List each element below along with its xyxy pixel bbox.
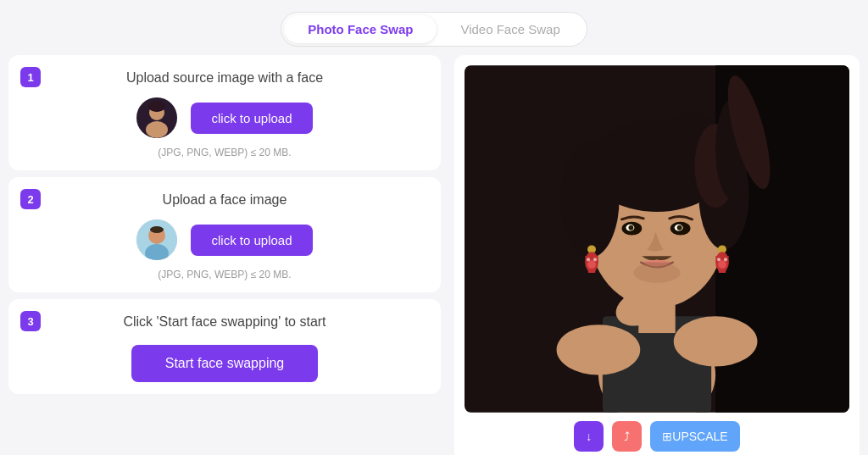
right-panel: ↓ ⤴ ⊞UPSCALE — [454, 55, 860, 455]
step1-upload-row: click to upload — [136, 97, 312, 138]
step1-badge: 1 — [20, 67, 41, 87]
tab-container: Photo Face Swap Video Face Swap — [281, 12, 587, 47]
step1-title: Upload source image with a face — [126, 70, 323, 86]
svg-point-33 — [587, 260, 596, 269]
svg-point-34 — [587, 258, 590, 261]
svg-point-2 — [146, 121, 168, 138]
tab-photo[interactable]: Photo Face Swap — [284, 15, 437, 43]
step2-section: 2 Upload a face image click to upload (J… — [8, 177, 441, 292]
svg-point-18 — [561, 141, 620, 258]
svg-point-35 — [593, 258, 597, 261]
step2-avatar-image — [136, 219, 177, 260]
step1-upload-button[interactable]: click to upload — [191, 103, 312, 134]
step3-title: Click 'Start face swapping' to start — [123, 314, 326, 330]
svg-point-14 — [674, 316, 758, 366]
step2-badge: 2 — [20, 189, 41, 209]
share-button[interactable]: ⤴ — [612, 421, 642, 452]
preview-image-container — [465, 65, 849, 413]
preview-image-svg — [465, 65, 849, 413]
svg-point-39 — [717, 258, 721, 261]
svg-point-4 — [148, 101, 165, 111]
step1-section: 1 Upload source image with a face click … — [8, 55, 441, 170]
action-bar: ↓ ⤴ ⊞UPSCALE — [574, 421, 739, 452]
step3-badge: 3 — [20, 311, 41, 331]
step3-section: 3 Click 'Start face swapping' to start S… — [8, 299, 441, 394]
svg-point-13 — [557, 325, 641, 375]
tab-video[interactable]: Video Face Swap — [437, 15, 583, 43]
step2-file-hint: (JPG, PNG, WEBP) ≤ 20 MB. — [158, 269, 291, 280]
share-icon: ⤴ — [624, 430, 630, 443]
upscale-button[interactable]: ⊞UPSCALE — [650, 421, 739, 452]
start-face-swap-button[interactable]: Start face swapping — [131, 345, 319, 382]
left-panel: 1 Upload source image with a face click … — [8, 55, 441, 455]
svg-point-29 — [677, 225, 682, 230]
step1-avatar-image — [136, 97, 177, 138]
svg-point-40 — [724, 258, 727, 261]
upscale-label: ⊞UPSCALE — [662, 430, 727, 443]
download-button[interactable]: ↓ — [574, 421, 604, 452]
step2-avatar — [136, 219, 177, 260]
step2-upload-button[interactable]: click to upload — [191, 225, 312, 256]
step1-file-hint: (JPG, PNG, WEBP) ≤ 20 MB. — [158, 147, 291, 158]
svg-point-28 — [628, 225, 633, 230]
step1-avatar — [136, 97, 177, 138]
main-layout: 1 Upload source image with a face click … — [0, 55, 868, 455]
step2-title: Upload a face image — [163, 192, 287, 208]
svg-point-30 — [633, 263, 680, 283]
svg-point-38 — [718, 260, 726, 269]
tab-bar: Photo Face Swap Video Face Swap — [0, 0, 868, 55]
step2-upload-row: click to upload — [136, 219, 312, 260]
download-icon: ↓ — [586, 430, 592, 443]
svg-point-8 — [150, 226, 164, 233]
